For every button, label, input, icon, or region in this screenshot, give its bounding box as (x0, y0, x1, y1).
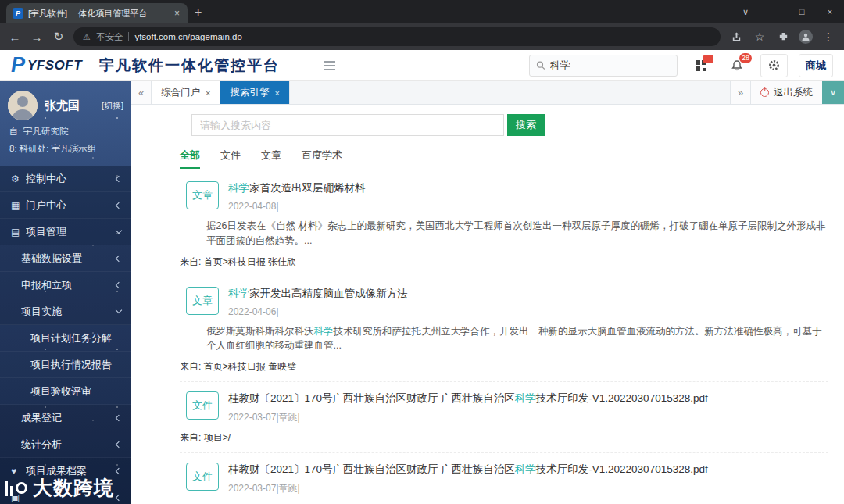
result-type-badge: 文件 (186, 463, 219, 491)
tab-close-icon[interactable]: × (206, 88, 210, 98)
result-title-link[interactable]: 桂教财〔2021〕170号广西壮族自治区财政厅 广西壮族自治区科学技术厅印发-V… (228, 391, 708, 406)
browser-menu-icon[interactable]: ⋮ (821, 30, 836, 43)
notifications-button[interactable]: 28 (724, 54, 749, 77)
sidebar-menu-item[interactable]: 项目计划任务分解 (0, 325, 131, 352)
result-head: 文件桂教财〔2021〕170号广西壮族自治区财政厅 广西壮族自治区科学技术厅印发… (186, 391, 828, 424)
result-date: 2022-04-08| (228, 201, 366, 212)
sidebar-menu-item[interactable]: ⚙控制中心 (0, 166, 131, 192)
mall-button[interactable]: 商城 (799, 54, 833, 77)
app-body: 张尤国 [切换] 自: 宇凡研究院 8: 科研处: 宇凡演示组 ⚙控制中心▦门户… (0, 81, 844, 504)
user-avatar[interactable] (8, 91, 38, 120)
header-search-input[interactable] (550, 59, 671, 71)
result-title-link[interactable]: 桂教财〔2021〕170号广西壮族自治区财政厅 广西壮族自治区科学技术厅印发-V… (228, 463, 708, 477)
chevron-left-icon (116, 281, 122, 288)
sidebar-menu-item[interactable]: 项目执行情况报告 (0, 352, 131, 378)
search-button[interactable]: 搜索 (507, 114, 545, 136)
result-head: 文章科学家首次造出双层硼烯材料2022-04-08| (186, 181, 828, 212)
browser-tab[interactable]: P [宇凡软件] 一体化项目管理平台 × (6, 3, 188, 23)
result-snippet: 据26日发表在《自然 材料》杂志上的最新研究，美国西北大学工程师首次创造出一种双… (206, 219, 828, 248)
exit-system-button[interactable]: 退出系统 (750, 81, 822, 104)
user-name: 张尤国 (45, 98, 80, 113)
result-title-link[interactable]: 科学家开发出高精度脑血管成像新方法 (228, 287, 408, 301)
search-result-item: 文章科学家开发出高精度脑血管成像新方法2022-04-06|俄罗斯莫斯科斯科尔科… (180, 277, 828, 383)
header-actions: 28 商城 (529, 54, 833, 77)
reload-button[interactable]: ↻ (52, 30, 66, 44)
settings-button[interactable] (760, 54, 788, 77)
url-text: yfsoft.com.cn/pagemain.do (134, 32, 241, 41)
sidebar-item-label: 项目计划任务分解 (30, 331, 121, 345)
filter-tab[interactable]: 文章 (261, 148, 281, 169)
bookmark-star-icon[interactable]: ☆ (752, 30, 767, 43)
sidebar-item-label: 统计分析 (21, 438, 116, 452)
back-button[interactable]: ← (8, 30, 22, 44)
sidebar-grid-icon: ▦ (11, 200, 26, 211)
share-icon[interactable] (728, 30, 744, 44)
chevron-left-icon (116, 467, 122, 474)
content-tab[interactable]: 搜索引擎× (220, 81, 289, 104)
result-source: 来自: 首页>科技日报 董映璧 (180, 360, 828, 374)
chevron-down-icon (116, 307, 122, 313)
result-text: 技术厅印发-V1.20220307015328.pdf (536, 392, 708, 404)
address-bar[interactable]: ⚠ 不安全 yfsoft.com.cn/pagemain.do (73, 27, 721, 46)
app-logo: P YFSOFT (11, 55, 82, 76)
sidebar-item-label: 成果登记 (21, 411, 116, 425)
content-tab-label: 综合门户 (161, 86, 200, 99)
sidebar-menu-item[interactable]: 基础数据设置 (0, 245, 131, 272)
minimize-button[interactable]: — (760, 0, 788, 23)
sidebar-menu-item[interactable]: 项目实施 (0, 298, 131, 325)
sidebar-menu: ⚙控制中心▦门户中心▤项目管理基础数据设置申报和立项项目实施项目计划任务分解项目… (0, 166, 131, 504)
new-tab-button[interactable]: + (195, 5, 202, 20)
address-divider (128, 32, 129, 41)
app-title: 宇凡软件一体化管控平台 (99, 55, 280, 76)
browser-tab-strip: P [宇凡软件] 一体化项目管理平台 × + ∨ — □ × (0, 0, 844, 23)
sidebar-menu-item[interactable]: 统计分析 (0, 431, 131, 458)
sidebar-item-label: 项目执行情况报告 (30, 358, 121, 372)
filter-tabs: 全部文件文章百度学术 (180, 148, 828, 169)
list-menu-icon[interactable] (324, 61, 335, 70)
browser-toolbar: ← → ↻ ⚠ 不安全 yfsoft.com.cn/pagemain.do ☆ … (0, 23, 844, 50)
logo-text: YFSOFT (27, 58, 82, 73)
search-input[interactable] (191, 114, 504, 136)
user-org-line: 自: 宇凡研究院 (8, 126, 123, 138)
tab-close-icon[interactable]: × (173, 8, 181, 19)
content-tab[interactable]: 综合门户× (152, 81, 220, 104)
filter-tab[interactable]: 全部 (180, 148, 200, 169)
tabs-scroll-right-button[interactable]: » (730, 81, 750, 104)
maximize-button[interactable]: □ (788, 0, 816, 23)
result-text: 据26日发表在《自然 材料》杂志上的最新研究，美国西北大学工程师首次创造出一种双… (206, 220, 825, 246)
sidebar-menu-item[interactable]: 申报和立项 (0, 272, 131, 298)
site-favicon-icon: P (13, 8, 23, 19)
filter-tab[interactable]: 百度学术 (302, 148, 342, 169)
extensions-puzzle-icon[interactable] (775, 30, 791, 44)
sidebar-gear-icon: ⚙ (11, 173, 26, 184)
result-head: 文章科学家开发出高精度脑血管成像新方法2022-04-06| (186, 287, 828, 317)
tabbar-dropdown-button[interactable]: ∨ (822, 81, 844, 104)
tab-list-chevron-icon[interactable]: ∨ (731, 0, 760, 23)
forward-button[interactable]: → (30, 30, 44, 44)
header-search-box[interactable] (529, 55, 678, 77)
result-main: 桂教财〔2021〕170号广西壮族自治区财政厅 广西壮族自治区科学技术厅印发-V… (228, 391, 708, 424)
tabs-scroll-left-button[interactable]: « (131, 81, 152, 104)
close-button[interactable]: × (816, 0, 844, 23)
sidebar-menu-item[interactable]: 成果登记 (0, 405, 131, 431)
result-highlight-text: 科学 (228, 182, 249, 194)
content-tab-label: 搜索引擎 (230, 86, 269, 99)
exit-system-label: 退出系统 (774, 86, 813, 99)
result-text: 桂教财〔2021〕170号广西壮族自治区财政厅 广西壮族自治区 (228, 392, 515, 404)
browser-profile-avatar[interactable] (799, 30, 813, 44)
switch-user-button[interactable]: [切换] (102, 100, 123, 112)
result-main: 科学家开发出高精度脑血管成像新方法2022-04-06| (228, 287, 408, 317)
tab-close-icon[interactable]: × (274, 88, 279, 98)
search-icon (536, 60, 545, 70)
sidebar-menu-item[interactable]: 项目验收评审 (0, 378, 131, 405)
result-highlight-text: 科学 (314, 326, 334, 337)
sidebar-menu-item[interactable]: ▤项目管理 (0, 219, 131, 245)
result-title-link[interactable]: 科学家首次造出双层硼烯材料 (228, 181, 366, 195)
result-date: 2022-03-07|章跳| (228, 411, 708, 424)
message-qr-button[interactable] (688, 54, 713, 77)
search-row: 搜索 (191, 114, 828, 136)
chevron-left-icon (116, 202, 122, 208)
main-area: « 综合门户×搜索引擎× » 退出系统 ∨ 搜索 全部文件文章百度学术 文章科学… (131, 81, 844, 504)
sidebar-menu-item[interactable]: ▦门户中心 (0, 192, 131, 219)
filter-tab[interactable]: 文件 (220, 148, 241, 169)
